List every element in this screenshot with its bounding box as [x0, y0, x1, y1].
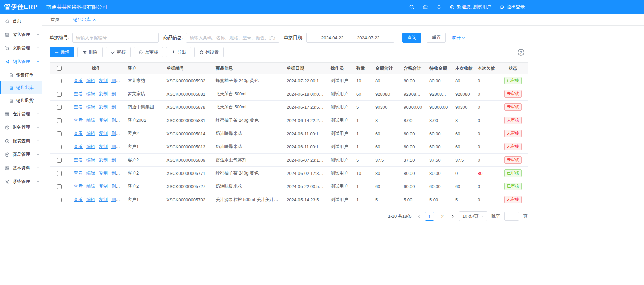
- edit-link[interactable]: 编辑: [86, 157, 95, 162]
- edit-link[interactable]: 编辑: [86, 197, 95, 202]
- expand-link[interactable]: 展开: [452, 35, 465, 41]
- audit-button[interactable]: 审核: [106, 47, 131, 57]
- copy-link[interactable]: 复制: [99, 104, 108, 109]
- view-link[interactable]: 查看: [74, 144, 83, 149]
- product-info-input[interactable]: [186, 33, 279, 43]
- delete-button[interactable]: 删除: [77, 47, 103, 57]
- delete-link[interactable]: 删除: [111, 91, 120, 96]
- sidebar-item-reports[interactable]: 报表查询: [0, 134, 42, 148]
- table-row[interactable]: 查看编辑复制删除 客户2 XSCK00000005809 雷达杀虫气雾剂 202…: [50, 154, 528, 167]
- delete-link[interactable]: 删除: [111, 104, 120, 109]
- column-settings-button[interactable]: 列设置: [194, 47, 224, 57]
- sidebar-item-home[interactable]: 首页: [0, 14, 42, 28]
- sidebar-item-sales-return[interactable]: 销售退货: [0, 94, 42, 107]
- row-checkbox[interactable]: [57, 118, 62, 123]
- search-button[interactable]: 查询: [402, 33, 421, 43]
- table-row[interactable]: 查看编辑复制删除 客户2 XSCK00000005771 蜂蜜柚子茶 240g …: [50, 167, 528, 180]
- page-number-2[interactable]: 2: [438, 212, 447, 221]
- edit-link[interactable]: 编辑: [86, 170, 95, 176]
- table-row[interactable]: 查看编辑复制删除 客户1 XSCK00000005702 美汁源果粒橙 500m…: [50, 193, 528, 206]
- table-row[interactable]: 查看编辑复制删除 客户2002 XSCK00000005831 蜂蜜柚子茶 24…: [50, 114, 528, 127]
- edit-link[interactable]: 编辑: [86, 131, 95, 136]
- next-page-icon[interactable]: [451, 214, 455, 218]
- reset-button[interactable]: 重置: [427, 33, 446, 43]
- date-range-picker[interactable]: 2024-04-22 ~ 2024-07-22: [306, 33, 394, 43]
- copy-link[interactable]: 复制: [99, 144, 108, 149]
- copy-link[interactable]: 复制: [99, 78, 108, 83]
- unaudit-button[interactable]: 反审核: [134, 47, 163, 57]
- delete-link[interactable]: 删除: [111, 157, 120, 162]
- sidebar-item-products[interactable]: 商品管理: [0, 148, 42, 161]
- view-link[interactable]: 查看: [74, 91, 83, 96]
- copy-link[interactable]: 复制: [99, 157, 108, 162]
- edit-link[interactable]: 编辑: [86, 104, 95, 109]
- view-link[interactable]: 查看: [74, 170, 83, 176]
- delete-link[interactable]: 删除: [111, 118, 120, 123]
- copy-link[interactable]: 复制: [99, 184, 108, 189]
- delete-link[interactable]: 删除: [111, 197, 120, 202]
- delete-link[interactable]: 删除: [111, 131, 120, 136]
- tab-sales-outbound[interactable]: 销售出库 ×: [72, 14, 96, 25]
- sidebar-item-basic-data[interactable]: 基本资料: [0, 161, 42, 175]
- copy-link[interactable]: 复制: [99, 118, 108, 123]
- view-link[interactable]: 查看: [74, 118, 83, 123]
- order-no-input[interactable]: [72, 33, 159, 43]
- table-row[interactable]: 查看编辑复制删除 客户1 XSCK00000005813 奶油味爆米花 2024…: [50, 140, 528, 154]
- help-icon[interactable]: ?: [518, 49, 524, 56]
- select-all-checkbox[interactable]: [57, 66, 62, 71]
- delete-link[interactable]: 删除: [111, 144, 120, 149]
- row-checkbox[interactable]: [57, 198, 62, 202]
- view-link[interactable]: 查看: [74, 157, 83, 162]
- bank-icon[interactable]: [423, 4, 428, 10]
- view-link[interactable]: 查看: [74, 184, 83, 189]
- edit-link[interactable]: 编辑: [86, 78, 95, 83]
- row-checkbox[interactable]: [57, 184, 62, 189]
- row-checkbox[interactable]: [57, 158, 62, 163]
- row-checkbox[interactable]: [57, 145, 62, 149]
- row-checkbox[interactable]: [57, 131, 62, 136]
- view-link[interactable]: 查看: [74, 78, 83, 83]
- row-checkbox[interactable]: [57, 92, 62, 97]
- row-checkbox[interactable]: [57, 171, 62, 176]
- row-checkbox[interactable]: [57, 105, 62, 110]
- edit-link[interactable]: 编辑: [86, 184, 95, 189]
- sidebar-item-sales-order[interactable]: 销售订单: [0, 68, 42, 81]
- copy-link[interactable]: 复制: [99, 197, 108, 202]
- edit-link[interactable]: 编辑: [86, 118, 95, 123]
- prev-page-icon[interactable]: [417, 214, 421, 218]
- table-row[interactable]: 查看编辑复制删除 南通中集集团 XSCK00000005878 飞天茅台 500…: [50, 101, 528, 114]
- sidebar-item-retail[interactable]: 零售管理: [0, 28, 42, 41]
- page-size-select[interactable]: 10 条/页: [459, 211, 487, 221]
- close-icon[interactable]: ×: [93, 17, 96, 22]
- row-checkbox[interactable]: [57, 79, 62, 83]
- view-link[interactable]: 查看: [74, 197, 83, 202]
- sidebar-item-sales-outbound[interactable]: 销售出库: [0, 81, 42, 94]
- page-number-1[interactable]: 1: [425, 212, 434, 221]
- table-row[interactable]: 查看编辑复制删除 客户2 XSCK00000005727 奶油味爆米花 2024…: [50, 180, 528, 193]
- export-button[interactable]: 导出: [166, 47, 191, 57]
- bell-icon[interactable]: [436, 4, 442, 10]
- view-link[interactable]: 查看: [74, 131, 83, 136]
- table-row[interactable]: 查看编辑复制删除 罗莱家纺 XSCK00000005932 蜂蜜柚子茶 240g…: [50, 74, 528, 87]
- view-link[interactable]: 查看: [74, 104, 83, 109]
- table-row[interactable]: 查看编辑复制删除 罗莱家纺 XSCK00000005881 飞天茅台 500ml…: [50, 87, 528, 101]
- delete-link[interactable]: 删除: [111, 184, 120, 189]
- logout-button[interactable]: 退出登录: [499, 4, 525, 10]
- tab-home[interactable]: 首页: [50, 14, 60, 25]
- delete-link[interactable]: 删除: [111, 170, 120, 176]
- copy-link[interactable]: 复制: [99, 170, 108, 176]
- copy-link[interactable]: 复制: [99, 131, 108, 136]
- delete-link[interactable]: 删除: [111, 78, 120, 83]
- sidebar-item-purchase[interactable]: 采购管理: [0, 41, 42, 55]
- copy-link[interactable]: 复制: [99, 91, 108, 96]
- sidebar-item-sales[interactable]: 销售管理: [0, 55, 42, 68]
- edit-link[interactable]: 编辑: [86, 144, 95, 149]
- sidebar-item-system[interactable]: 系统管理: [0, 175, 42, 188]
- search-icon[interactable]: [409, 4, 415, 10]
- add-button[interactable]: 新增: [50, 47, 74, 57]
- user-welcome[interactable]: 欢迎您, 测试用户: [450, 4, 491, 10]
- jump-page-input[interactable]: [504, 212, 519, 221]
- table-row[interactable]: 查看编辑复制删除 客户2 XSCK00000005814 奶油味爆米花 2024…: [50, 127, 528, 140]
- edit-link[interactable]: 编辑: [86, 91, 95, 96]
- sidebar-item-warehouse[interactable]: 仓库管理: [0, 107, 42, 121]
